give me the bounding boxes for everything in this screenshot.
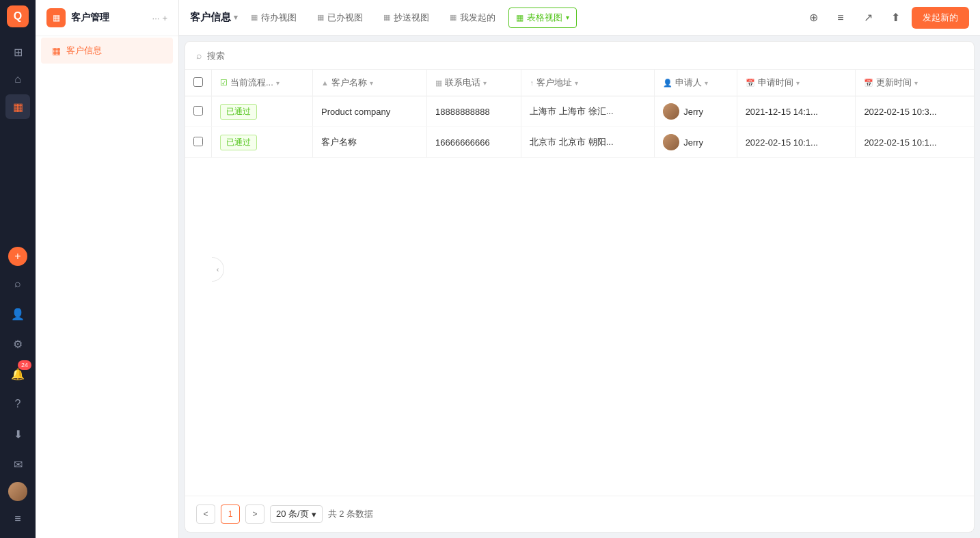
topbar: 客户信息 ▾ ▦ 待办视图 ▦ 已办视图 ▦ 抄送视图 ▦ 我发起的 ▦ 表格视… [179,0,980,36]
status-badge: 已通过 [220,104,257,120]
sidebar-item-icon: ▦ [52,45,61,56]
th-name: ▲ 客户名称 ▾ [313,70,427,96]
nav-user-avatar[interactable] [8,482,27,501]
tab-table-icon: ▦ [516,13,523,23]
th-applicant-icon: 👤 [663,79,672,88]
th-update-time-icon: 📅 [864,79,873,88]
nav-item-dashboard[interactable]: ⊞ [5,40,30,64]
cell-apply-time: 2021-12-15 14:1... [737,96,856,127]
sidebar-title: 客户管理 [71,12,109,24]
th-name-filter[interactable]: ▾ [370,79,373,87]
sidebar-header: ▦ 客户管理 ··· + [36,0,178,36]
tab-table-view[interactable]: ▦ 表格视图 ▾ [508,8,577,28]
th-status: ☑ 当前流程... ▾ [212,70,313,96]
nav-settings-icon[interactable]: ⚙ [5,332,30,356]
nav-item-home[interactable]: ⌂ [5,67,30,92]
th-applicant: 👤 申请人 ▾ [655,70,737,96]
sidebar-header-actions[interactable]: ··· + [152,13,167,23]
chart-icon[interactable]: ↗ [857,7,879,29]
th-phone: ▦ 联系电话 ▾ [427,70,521,96]
sidebar-more-icon[interactable]: ··· [152,13,160,23]
topbar-title-caret[interactable]: ▾ [234,13,238,22]
nav-expand-icon[interactable]: ≡ [5,507,30,531]
data-table: ☑ 当前流程... ▾ ▲ 客户名称 ▾ [185,70,974,158]
content-area: ⌕ ☑ 当前流程... ▾ [185,41,975,533]
cell-name: 客户名称 [313,127,427,158]
th-apply-time: 📅 申请时间 ▾ [737,70,856,96]
topbar-title: 客户信息 ▾ [190,11,238,24]
th-status-icon: ☑ [220,78,228,88]
tab-done-icon: ▦ [317,13,324,22]
sidebar-item-label: 客户信息 [66,44,102,57]
cell-apply-time: 2022-02-15 10:1... [737,127,856,158]
avatar [663,134,679,150]
tab-copy-icon: ▦ [383,13,390,22]
th-update-time-filter[interactable]: ▾ [914,79,918,87]
applicant-name: Jerry [683,137,703,148]
status-badge: 已通过 [220,135,257,150]
th-address-icon: ↑ [530,79,534,87]
th-apply-time-filter[interactable]: ▾ [796,79,800,87]
applicant-name: Jerry [683,107,703,117]
search-icon: ⌕ [196,50,202,61]
table-row[interactable]: 已通过 客户名称 16666666666 北京市 北京市 朝阳... Jerry… [185,127,974,158]
current-page-button[interactable]: 1 [221,505,240,524]
th-name-sort-icon: ▲ [321,79,329,87]
nav-profile-icon[interactable]: 👤 [5,301,30,326]
tab-pending-icon: ▦ [251,13,258,22]
sidebar-add-icon[interactable]: + [162,13,167,23]
cell-address: 上海市 上海市 徐汇... [521,96,655,127]
sidebar: ▦ 客户管理 ··· + ▦ 客户信息 ‹ [36,0,179,538]
th-address-filter[interactable]: ▾ [575,79,578,87]
page-size-caret: ▾ [312,509,316,520]
nav-notifications-icon[interactable]: 🔔 [5,362,30,386]
left-navigation: Q ⊞ ⌂ ▦ + ⌕ 👤 ⚙ 🔔 ? ⬇ ✉ ≡ [0,0,36,538]
th-update-time: 📅 更新时间 ▾ [856,70,974,96]
tab-table-caret[interactable]: ▾ [566,14,569,21]
avatar [663,103,679,120]
cell-update-time: 2022-02-15 10:3... [856,96,974,127]
row-checkbox[interactable] [193,106,203,116]
prev-page-button[interactable]: < [196,505,215,524]
select-all-checkbox[interactable] [193,77,203,87]
th-applicant-filter[interactable]: ▾ [705,79,708,87]
add-circle-icon[interactable]: ⊕ [802,7,824,29]
tab-pending[interactable]: ▦ 待办视图 [243,8,304,28]
th-status-filter[interactable]: ▾ [276,79,280,87]
sidebar-item-customers[interactable]: ▦ 客户信息 [41,38,173,64]
nav-mail-icon[interactable]: ✉ [5,452,30,476]
total-count: 共 2 条数据 [328,508,373,520]
topbar-actions: ⊕ ≡ ↗ ⬆ 发起新的 [802,7,969,29]
th-select-all[interactable] [185,70,212,96]
nav-search-icon[interactable]: ⌕ [5,271,30,296]
page-size-select[interactable]: 20 条/页 ▾ [270,505,323,523]
th-address: ↑ 客户地址 ▾ [521,70,655,96]
data-table-wrap: ☑ 当前流程... ▾ ▲ 客户名称 ▾ [185,70,974,496]
nav-help-icon[interactable]: ? [5,392,30,416]
cell-address: 北京市 北京市 朝阳... [521,127,655,158]
search-input[interactable] [207,51,344,61]
tab-mine[interactable]: ▦ 我发起的 [442,8,503,28]
sidebar-header-icon: ▦ [46,8,66,27]
table-row[interactable]: 已通过 Product company 18888888888 上海市 上海市 … [185,96,974,127]
tab-copy[interactable]: ▦ 抄送视图 [376,8,437,28]
nav-add-button[interactable]: + [8,247,27,266]
cell-phone: 18888888888 [427,96,521,127]
cell-status: 已通过 [212,96,313,127]
th-phone-filter[interactable]: ▾ [483,79,487,87]
next-page-button[interactable]: > [245,505,264,524]
cell-phone: 16666666666 [427,127,521,158]
import-icon[interactable]: ⬆ [884,7,906,29]
create-new-button[interactable]: 发起新的 [912,7,969,29]
cell-applicant: Jerry [655,96,737,127]
cell-status: 已通过 [212,127,313,158]
nav-download-icon[interactable]: ⬇ [5,422,30,446]
row-checkbox[interactable] [193,137,203,146]
tab-done[interactable]: ▦ 已办视图 [310,8,370,28]
nav-item-modules[interactable]: ▦ [5,94,30,119]
search-bar: ⌕ [185,42,974,70]
app-logo[interactable]: Q [7,5,29,27]
main-content: 客户信息 ▾ ▦ 待办视图 ▦ 已办视图 ▦ 抄送视图 ▦ 我发起的 ▦ 表格视… [179,0,980,538]
list-icon[interactable]: ≡ [830,7,852,29]
cell-applicant: Jerry [655,127,737,158]
